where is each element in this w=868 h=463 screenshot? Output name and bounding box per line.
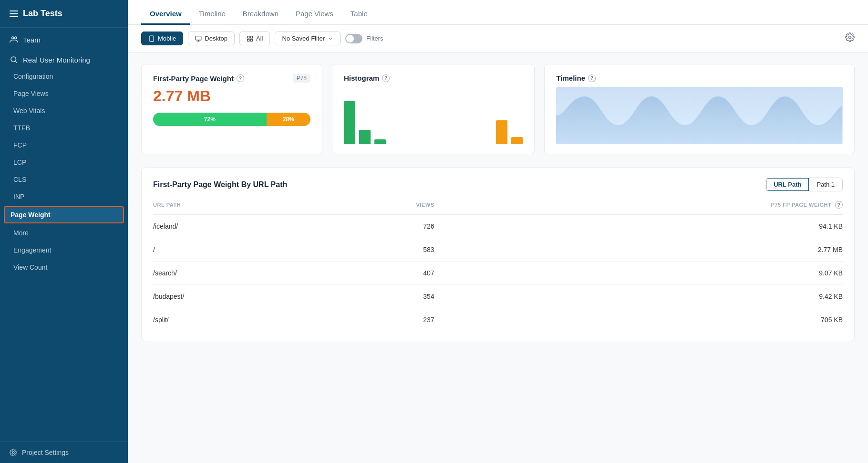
tab-timeline[interactable]: Timeline <box>190 3 234 25</box>
sidebar-item-page-weight[interactable]: Page Weight <box>4 206 124 223</box>
saved-filter-dropdown[interactable]: No Saved Filter <box>275 32 341 45</box>
filter-desktop-btn[interactable]: Desktop <box>188 32 235 45</box>
cell-path-4: /split/ <box>153 308 331 332</box>
sidebar-item-view-count[interactable]: View Count <box>0 259 128 276</box>
rum-label: Real User Monitoring <box>23 56 90 64</box>
sidebar-item-page-views[interactable]: Page Views <box>0 85 128 102</box>
sidebar-item-engagement[interactable]: Engagement <box>0 242 128 259</box>
team-label: Team <box>23 36 41 44</box>
desktop-icon <box>195 35 202 42</box>
sidebar-item-ttfb[interactable]: TTFB <box>0 119 128 137</box>
filter-mobile-btn[interactable]: Mobile <box>141 32 183 45</box>
svg-rect-12 <box>248 39 249 41</box>
sidebar: Lab Tests Team Real User Monitoring Conf… <box>0 0 128 463</box>
hist-bar-4 <box>496 120 507 144</box>
svg-rect-13 <box>250 39 252 41</box>
page-settings-icon[interactable] <box>845 32 855 44</box>
sidebar-item-project-settings[interactable]: Project Settings <box>0 442 128 463</box>
timeline-help-icon[interactable]: ? <box>588 74 596 82</box>
main-content: Overview Timeline Breakdown Page Views T… <box>128 0 868 463</box>
url-path-table-section: First-Party Page Weight By URL Path URL … <box>141 168 855 341</box>
first-party-title: First-Party Page Weight ? <box>153 74 244 83</box>
table-row[interactable]: /split/ 237 705 KB <box>153 308 843 332</box>
cell-weight-4: 705 KB <box>434 308 843 332</box>
all-label: All <box>256 35 263 42</box>
hist-bar-3 <box>374 139 386 144</box>
timeline-card-header: Timeline ? <box>556 74 843 82</box>
tab-page-views[interactable]: Page Views <box>287 3 342 25</box>
histogram-title: Histogram ? <box>344 74 390 82</box>
sidebar-item-web-vitals[interactable]: Web Vitals <box>0 102 128 119</box>
hamburger-icon[interactable] <box>10 11 18 17</box>
hist-bar-1 <box>344 101 355 144</box>
all-icon <box>247 35 253 42</box>
cell-views-4: 237 <box>331 308 434 332</box>
first-party-badge: P75 <box>293 74 310 83</box>
tab-breakdown[interactable]: Breakdown <box>234 3 287 25</box>
svg-point-1 <box>15 37 17 39</box>
table-row[interactable]: /budapest/ 354 9.42 KB <box>153 285 843 308</box>
url-path-table: URL PATH VIEWS P75 FP PAGE WEIGHT ? /ice… <box>153 201 843 331</box>
saved-filter-label: No Saved Filter <box>282 35 325 42</box>
sidebar-item-more[interactable]: More <box>0 224 128 242</box>
mobile-label: Mobile <box>158 35 176 42</box>
sidebar-item-inp[interactable]: INP <box>0 188 128 205</box>
svg-point-2 <box>11 57 16 62</box>
histogram-chart <box>344 87 523 144</box>
histogram-help-icon[interactable]: ? <box>382 74 390 82</box>
filters-label: Filters <box>366 35 383 42</box>
timeline-title: Timeline ? <box>556 74 596 82</box>
app-title: Lab Tests <box>23 9 62 19</box>
project-settings-label: Project Settings <box>22 449 69 456</box>
cell-path-3: /budapest/ <box>153 285 331 308</box>
table-row[interactable]: / 583 2.77 MB <box>153 238 843 262</box>
sidebar-rum[interactable]: Real User Monitoring <box>0 48 128 68</box>
first-party-card-header: First-Party Page Weight ? P75 <box>153 74 310 83</box>
cards-row: First-Party Page Weight ? P75 2.77 MB 72… <box>141 64 855 154</box>
tabs-bar: Overview Timeline Breakdown Page Views T… <box>128 0 868 25</box>
table-section-title: First-Party Page Weight By URL Path <box>153 180 287 189</box>
sidebar-team[interactable]: Team <box>0 28 128 48</box>
tab-table[interactable]: Table <box>342 3 376 25</box>
sidebar-item-fcp[interactable]: FCP <box>0 137 128 154</box>
cell-path-2: /search/ <box>153 262 331 285</box>
cell-path-0: /iceland/ <box>153 215 331 238</box>
sidebar-item-configuration[interactable]: Configuration <box>0 68 128 85</box>
timeline-svg <box>556 87 842 144</box>
timeline-card: Timeline ? <box>544 64 855 154</box>
toggle-control[interactable] <box>345 34 362 43</box>
gear-icon <box>845 32 855 42</box>
svg-rect-11 <box>250 36 252 38</box>
col-weight-help-icon[interactable]: ? <box>835 201 843 209</box>
cell-views-0: 726 <box>331 215 434 238</box>
hist-bar-5 <box>511 137 523 144</box>
desktop-label: Desktop <box>205 35 227 42</box>
cell-weight-1: 2.77 MB <box>434 238 843 262</box>
histogram-card-header: Histogram ? <box>344 74 523 82</box>
cell-views-2: 407 <box>331 262 434 285</box>
first-party-card: First-Party Page Weight ? P75 2.77 MB 72… <box>141 64 322 154</box>
cell-weight-0: 94.1 KB <box>434 215 843 238</box>
timeline-chart <box>556 87 843 144</box>
table-row[interactable]: /search/ 407 9.07 KB <box>153 262 843 285</box>
url-path-btn[interactable]: URL Path <box>766 178 809 191</box>
table-section-header: First-Party Page Weight By URL Path URL … <box>153 178 843 191</box>
path1-btn[interactable]: Path 1 <box>809 178 842 191</box>
table-header-row: URL PATH VIEWS P75 FP PAGE WEIGHT ? <box>153 201 843 215</box>
rum-icon <box>10 55 18 64</box>
tab-overview[interactable]: Overview <box>141 3 190 25</box>
first-party-progress: 72% 28% <box>153 113 310 126</box>
cell-path-1: / <box>153 238 331 262</box>
sidebar-item-lcp[interactable]: LCP <box>0 154 128 171</box>
first-party-help-icon[interactable]: ? <box>237 74 244 82</box>
sidebar-logo[interactable]: Lab Tests <box>0 0 128 28</box>
filters-toggle[interactable]: Filters <box>345 34 383 43</box>
filter-all-btn[interactable]: All <box>239 32 270 45</box>
svg-point-4 <box>12 452 14 453</box>
table-row[interactable]: /iceland/ 726 94.1 KB <box>153 215 843 238</box>
cell-weight-3: 9.42 KB <box>434 285 843 308</box>
col-views: VIEWS <box>331 201 434 215</box>
histogram-card: Histogram ? <box>332 64 535 154</box>
filters-bar: Mobile Desktop All No Saved Filter Filte… <box>128 25 868 53</box>
sidebar-item-cls[interactable]: CLS <box>0 171 128 188</box>
